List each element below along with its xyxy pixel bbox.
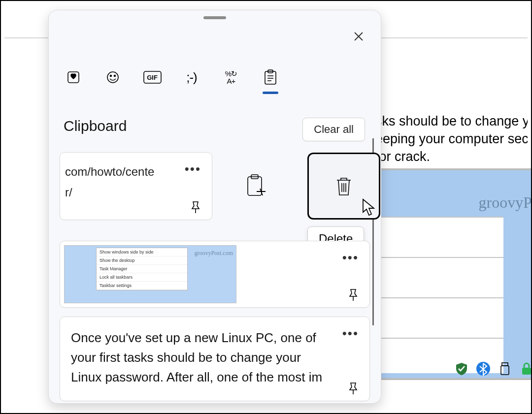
symbols-glyph: %↻ A+ xyxy=(225,70,237,85)
svg-point-5 xyxy=(107,72,118,83)
category-tabs: GIF ;-) %↻ A+ xyxy=(64,64,366,91)
item-actions xyxy=(220,153,380,220)
more-icon[interactable]: ••• xyxy=(185,161,201,177)
clipboard-item-1[interactable]: com/howto/cente r/ ••• xyxy=(60,152,212,220)
pin-button[interactable] xyxy=(188,200,203,215)
clipboard-item-3[interactable]: Once you've set up a new Linux PC, one o… xyxy=(60,317,370,401)
drag-handle[interactable] xyxy=(203,16,226,19)
section-title: Clipboard xyxy=(64,118,127,134)
svg-rect-11 xyxy=(248,177,262,195)
svg-point-6 xyxy=(110,75,112,77)
svg-rect-1 xyxy=(502,363,508,366)
thumb-context-menu: Show windows side by side Show the deskt… xyxy=(96,248,188,290)
clipboard-entries: com/howto/cente r/ ••• xyxy=(60,152,370,410)
usb-icon xyxy=(498,361,512,376)
svg-rect-2 xyxy=(501,366,509,375)
shield-icon xyxy=(454,361,469,376)
svg-rect-9 xyxy=(265,71,276,84)
svg-point-7 xyxy=(114,75,116,77)
tab-symbols[interactable]: %↻ A+ xyxy=(221,67,241,87)
bluetooth-icon xyxy=(476,361,491,376)
thumb-watermark: groovyPost.com xyxy=(195,250,233,257)
clipboard-panel: GIF ;-) %↻ A+ Clipboard Clear all com/ho… xyxy=(48,10,381,404)
svg-rect-3 xyxy=(522,368,531,375)
pin-button[interactable] xyxy=(346,287,361,302)
gif-label: GIF xyxy=(147,74,158,81)
tab-emoji[interactable] xyxy=(103,67,123,87)
kaomoji-glyph: ;-) xyxy=(186,70,197,85)
more-icon[interactable]: ••• xyxy=(342,326,359,341)
tab-clipboard[interactable] xyxy=(261,67,280,87)
close-button[interactable] xyxy=(350,28,367,45)
tab-gif[interactable]: GIF xyxy=(142,67,162,87)
more-icon[interactable]: ••• xyxy=(342,250,359,265)
bg-inner-window: groovyPo xyxy=(379,168,532,380)
system-tray xyxy=(454,361,532,376)
delete-button[interactable] xyxy=(307,153,380,220)
paste-as-text-button[interactable] xyxy=(220,153,293,220)
bg-article-text: sks should be to change y eeping your co… xyxy=(375,112,528,165)
groovypost-logo-text: groovyPo xyxy=(479,193,532,212)
bg-inner-window-content xyxy=(381,217,503,373)
pin-button[interactable] xyxy=(346,381,361,396)
tab-favorites[interactable] xyxy=(64,67,83,87)
clipboard-item-text: Once you've set up a new Linux PC, one o… xyxy=(71,328,335,387)
tab-kaomoji[interactable]: ;-) xyxy=(182,67,201,87)
clipboard-image-thumb: groovyPost.com Show windows side by side… xyxy=(64,245,236,303)
clipboard-item-text: com/howto/cente r/ xyxy=(65,161,203,203)
lock-icon xyxy=(519,361,532,376)
clear-all-button[interactable]: Clear all xyxy=(302,118,365,141)
clipboard-item-2[interactable]: groovyPost.com Show windows side by side… xyxy=(60,241,370,308)
